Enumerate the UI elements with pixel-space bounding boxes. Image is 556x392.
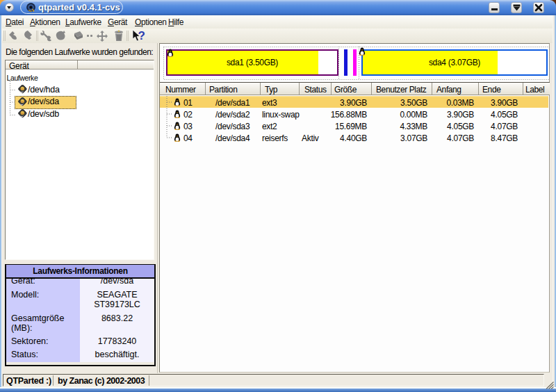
svg-text:?: ? (138, 29, 145, 42)
